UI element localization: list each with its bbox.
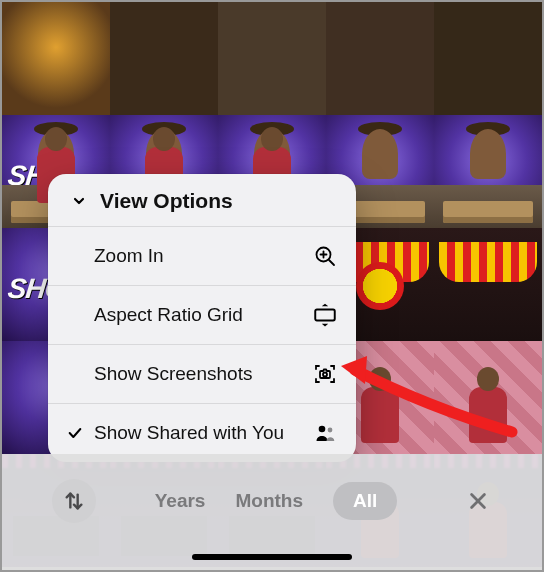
segment-all[interactable]: All	[333, 482, 397, 520]
menu-item-label: Zoom In	[94, 245, 164, 267]
menu-item-label: Show Screenshots	[94, 363, 252, 385]
sort-button[interactable]	[52, 479, 96, 523]
svg-point-6	[319, 426, 326, 433]
svg-point-7	[328, 428, 333, 433]
menu-item-label: Show Shared with You	[94, 422, 284, 444]
view-options-header[interactable]: View Options	[48, 174, 356, 226]
svg-line-1	[329, 260, 334, 265]
view-options-popover: View Options Zoom In Aspect Ratio Grid	[48, 174, 356, 462]
svg-point-5	[323, 373, 327, 377]
screenshot-icon	[312, 361, 338, 387]
segment-years[interactable]: Years	[155, 490, 206, 512]
view-options-title: View Options	[100, 189, 233, 213]
photo-thumb[interactable]	[326, 2, 434, 115]
menu-item-zoom-in[interactable]: Zoom In	[48, 226, 356, 285]
photos-screen: SH SHOLA SHOL View Options	[0, 0, 544, 572]
photo-thumb[interactable]	[434, 115, 542, 228]
photo-thumb[interactable]	[2, 2, 110, 115]
menu-item-aspect-ratio-grid[interactable]: Aspect Ratio Grid	[48, 285, 356, 344]
close-icon	[467, 490, 489, 512]
menu-item-show-screenshots[interactable]: Show Screenshots	[48, 344, 356, 403]
menu-item-label: Aspect Ratio Grid	[94, 304, 243, 326]
photo-thumb[interactable]	[434, 2, 542, 115]
shared-with-you-icon	[312, 420, 338, 446]
photo-thumb[interactable]	[218, 2, 326, 115]
photo-thumb[interactable]	[434, 341, 542, 454]
photo-thumb[interactable]	[110, 2, 218, 115]
close-button[interactable]	[456, 479, 500, 523]
bottom-toolbar: Years Months All	[2, 454, 542, 570]
svg-rect-4	[315, 310, 335, 321]
chevron-down-icon	[66, 188, 92, 214]
time-segment[interactable]: Years Months All	[155, 482, 398, 520]
check-icon	[66, 425, 84, 441]
sort-icon	[63, 490, 85, 512]
zoom-in-icon	[312, 243, 338, 269]
home-indicator[interactable]	[192, 554, 352, 560]
photo-thumb[interactable]	[434, 228, 542, 341]
aspect-ratio-icon	[312, 302, 338, 328]
segment-months[interactable]: Months	[235, 490, 303, 512]
